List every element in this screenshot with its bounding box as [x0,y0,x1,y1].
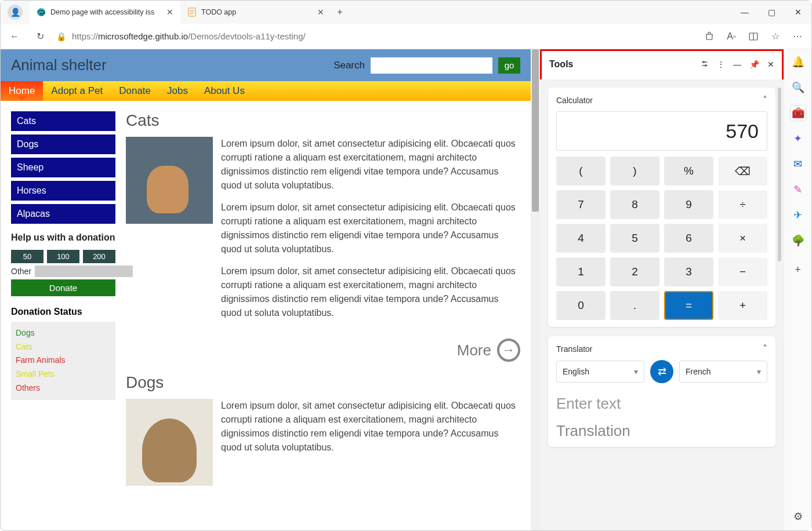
close-icon[interactable]: ✕ [317,8,324,17]
status-small[interactable]: Small Pets [16,368,111,381]
nav-adopt[interactable]: Adopt a Pet [43,81,111,101]
favorite-icon[interactable]: ☆ [766,27,785,46]
sidebar-link-alpacas[interactable]: Alpacas [11,204,115,224]
sidebar-link-cats[interactable]: Cats [11,111,115,131]
add-sidebar-icon[interactable]: + [790,261,806,278]
settings-icon[interactable]: ⚙ [790,508,806,525]
more-link[interactable]: More [126,339,520,362]
donate-button[interactable]: Donate [11,279,115,296]
main-content: Cats Lorem ipsum dolor, sit amet consect… [126,111,520,496]
sidebar-link-sheep[interactable]: Sheep [11,158,115,177]
read-aloud-icon[interactable]: A» [722,27,741,46]
section-cats-heading: Cats [126,111,520,130]
calc-key-plus[interactable]: + [718,291,767,320]
note-favicon [187,8,197,17]
search-input[interactable] [371,57,492,74]
outlook-icon[interactable]: ✉ [790,156,806,172]
tools-icon[interactable]: 🧰 [790,105,806,121]
shopping-icon[interactable] [700,27,719,46]
back-button[interactable]: ← [5,27,24,46]
calc-key-5[interactable]: 5 [610,224,659,253]
calc-key-multiply[interactable]: × [718,224,767,253]
calc-key-1[interactable]: 1 [556,257,606,286]
sidebar-link-dogs[interactable]: Dogs [11,134,115,154]
address-bar[interactable]: 🔒 https://microsoftedge.github.io/Demos/… [56,31,693,41]
profile-avatar[interactable]: 👤 [8,5,23,20]
svg-point-10 [705,65,706,66]
notifications-icon[interactable]: 🔔 [790,54,806,70]
from-language-select[interactable]: English▾ [556,361,644,383]
go-button[interactable]: go [498,57,520,74]
calc-key-divide[interactable]: ÷ [718,190,767,219]
donation-heading: Help us with a donation [11,232,115,244]
pin-icon[interactable]: 📌 [749,60,759,69]
donate-100[interactable]: 100 [47,250,79,263]
settings-sliders-icon[interactable] [701,60,709,69]
calc-key-lparen[interactable]: ( [556,157,606,186]
status-list: Dogs Cats Farm Animals Small Pets Others [11,322,115,400]
swap-languages-button[interactable]: ⇄ [650,360,673,383]
status-others[interactable]: Others [16,381,111,395]
nav-jobs[interactable]: Jobs [159,81,196,101]
section-dogs-heading: Dogs [126,373,520,392]
copilot-icon[interactable]: ✦ [790,130,806,147]
close-tools-icon[interactable]: ✕ [767,60,774,69]
calc-key-minus[interactable]: − [718,257,767,286]
calc-key-equals[interactable]: = [664,291,713,320]
calc-key-dot[interactable]: . [610,291,659,320]
calc-key-9[interactable]: 9 [664,190,713,219]
status-farm[interactable]: Farm Animals [16,354,111,368]
refresh-button[interactable]: ↻ [31,27,49,46]
page-scrollbar[interactable] [531,49,540,530]
chevron-down-icon: ▾ [757,367,761,376]
donate-50[interactable]: 50 [11,250,44,263]
nav-home[interactable]: Home [1,81,43,101]
cats-text: Lorem ipsum dolor, sit amet consectetur … [221,137,520,328]
tree-icon[interactable]: 🌳 [790,232,806,249]
other-amount-input[interactable] [35,266,133,277]
calc-key-percent[interactable]: % [664,157,713,186]
nav-about[interactable]: About Us [196,81,253,101]
calc-key-4[interactable]: 4 [556,224,606,253]
lock-icon: 🔒 [56,32,66,41]
tools-scrollbar[interactable] [778,88,781,261]
calc-key-2[interactable]: 2 [610,257,659,286]
calc-key-0[interactable]: 0 [556,291,606,320]
tab-strip: Demo page with accessibility iss ✕ TODO … [30,1,349,24]
tab-todo-app[interactable]: TODO app ✕ [180,1,331,24]
calc-key-8[interactable]: 8 [610,190,659,219]
tools-sidebar: Tools ⋮ — 📌 ✕ [540,49,784,530]
new-tab-button[interactable]: + [331,1,349,24]
search-icon[interactable]: 🔍 [790,79,806,96]
nav-donate[interactable]: Donate [111,81,159,101]
reading-mode-icon[interactable] [744,27,763,46]
close-icon[interactable]: ✕ [166,8,173,17]
status-dogs[interactable]: Dogs [16,326,111,340]
status-cats[interactable]: Cats [16,340,111,354]
more-icon[interactable]: ⋯ [788,27,807,46]
minimize-button[interactable]: — [731,1,758,24]
more-vertical-icon[interactable]: ⋮ [717,60,725,69]
to-language-select[interactable]: French▾ [679,361,767,383]
edit-icon[interactable]: ✎ [790,181,806,198]
calc-key-7[interactable]: 7 [556,190,606,219]
maximize-button[interactable]: ▢ [758,1,785,24]
calc-key-backspace[interactable]: ⌫ [718,157,767,186]
calc-keypad: ( ) % ⌫ 7 8 9 ÷ 4 5 6 × 1 [556,157,767,320]
sidebar-link-horses[interactable]: Horses [11,181,115,201]
send-icon[interactable]: ✈ [790,207,806,223]
calc-key-6[interactable]: 6 [664,224,713,253]
chevron-up-icon[interactable]: ˄ [763,343,767,354]
calculator-title: Calculator [556,96,593,105]
calc-key-rparen[interactable]: ) [610,157,659,186]
chevron-up-icon[interactable]: ˄ [763,94,767,106]
close-window-button[interactable]: ✕ [785,1,811,24]
calc-key-3[interactable]: 3 [664,257,713,286]
window-controls: — ▢ ✕ [731,1,811,24]
tools-title: Tools [549,59,573,70]
scrollbar-thumb[interactable] [532,49,539,212]
tab-demo-page[interactable]: Demo page with accessibility iss ✕ [30,1,180,24]
translate-input[interactable]: Enter text [556,391,767,422]
donate-200[interactable]: 200 [83,250,115,263]
minimize-tools-icon[interactable]: — [733,60,741,69]
